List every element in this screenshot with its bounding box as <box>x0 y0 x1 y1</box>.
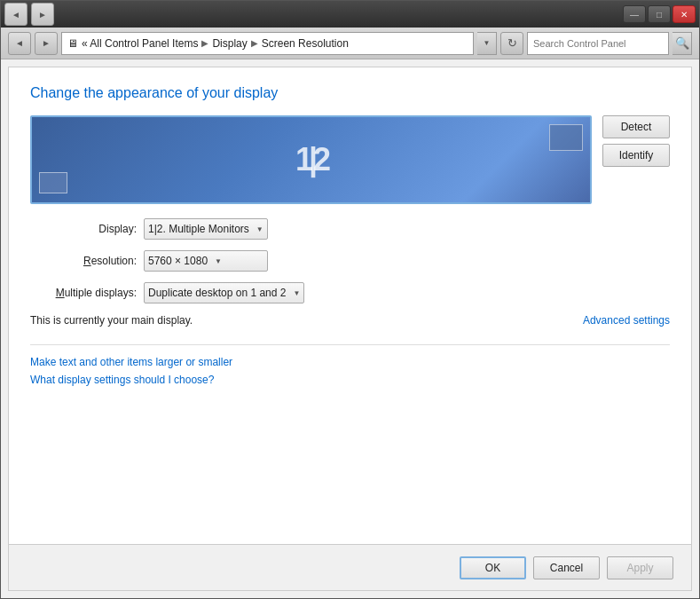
monitor-number: 1|2 <box>295 141 326 178</box>
info-row: This is currently your main display. Adv… <box>30 314 670 334</box>
address-bar: ◄ ► 🖥 « All Control Panel Items ▶ Displa… <box>1 28 699 59</box>
window-controls: — □ ✕ <box>623 5 696 23</box>
back-nav-button[interactable]: ◄ <box>8 32 31 55</box>
breadcrumb-sep-2: ▶ <box>251 38 258 48</box>
multiple-displays-row: Multiple displays: Duplicate desktop on … <box>30 282 670 303</box>
search-icon[interactable]: 🔍 <box>672 32 692 55</box>
forward-nav-button[interactable]: ► <box>35 32 58 55</box>
ok-button[interactable]: OK <box>460 556 526 579</box>
page-title: Change the appearance of your display <box>30 85 670 101</box>
monitor-preview[interactable]: 1|2 <box>30 115 592 204</box>
main-window: ◄ ► — □ ✕ ◄ ► 🖥 « All Control Panel Item… <box>0 0 700 599</box>
text-link-2[interactable]: What display settings should I choose? <box>30 374 214 386</box>
breadcrumb-sep-1: ▶ <box>201 38 208 48</box>
display-row: Display: 1|2. Multiple Monitors ▼ <box>30 218 670 240</box>
content-area: Change the appearance of your display 1|… <box>9 67 691 544</box>
close-button[interactable]: ✕ <box>672 5 696 23</box>
forward-button[interactable]: ► <box>31 3 54 26</box>
monitor-section: 1|2 Detect Identify <box>30 115 670 204</box>
multiple-displays-underline: M <box>56 287 65 299</box>
maximize-button[interactable]: □ <box>648 5 671 23</box>
display-select[interactable]: 1|2. Multiple Monitors ▼ <box>144 218 268 240</box>
refresh-button[interactable]: ↻ <box>500 32 523 55</box>
monitor-small-icon-1 <box>39 172 67 193</box>
breadcrumb-part-3: Screen Resolution <box>262 37 349 50</box>
apply-button[interactable]: Apply <box>607 556 673 579</box>
link-row-2: What display settings should I choose? <box>30 374 670 386</box>
detect-button[interactable]: Detect <box>602 115 670 138</box>
address-dropdown[interactable]: ▼ <box>477 32 497 55</box>
back-button[interactable]: ◄ <box>4 3 28 26</box>
multiple-displays-dropdown-icon: ▼ <box>293 289 300 297</box>
monitor-buttons: Detect Identify <box>602 115 670 204</box>
resolution-select-value: 5760 × 1080 <box>148 255 208 267</box>
display-dropdown-icon: ▼ <box>256 225 263 233</box>
resolution-select[interactable]: 5760 × 1080 ▼ <box>144 250 268 272</box>
breadcrumb-part-2: Display <box>212 37 247 50</box>
divider <box>30 344 670 345</box>
advanced-settings-link[interactable]: Advanced settings <box>583 314 670 327</box>
title-bar-left: ◄ ► <box>4 3 54 26</box>
path-icon: 🖥 <box>67 37 78 50</box>
identify-button[interactable]: Identify <box>602 144 670 167</box>
multiple-displays-select[interactable]: Duplicate desktop on 1 and 2 ▼ <box>144 282 304 303</box>
link-row-1: Make text and other items larger or smal… <box>30 356 670 368</box>
display-label: Display: <box>30 223 137 235</box>
resolution-dropdown-icon: ▼ <box>215 257 222 265</box>
button-bar: OK Cancel Apply <box>9 544 691 590</box>
monitor-preview-inner: 1|2 <box>32 117 590 202</box>
main-content: Change the appearance of your display 1|… <box>8 67 692 591</box>
resolution-label: RResolution:esolution: <box>30 255 137 267</box>
display-select-value: 1|2. Multiple Monitors <box>148 223 249 235</box>
multiple-displays-label: Multiple displays: <box>30 287 137 299</box>
search-input[interactable] <box>533 38 663 49</box>
multiple-displays-value: Duplicate desktop on 1 and 2 <box>148 287 286 299</box>
monitor-small-icon-2 <box>549 124 583 151</box>
search-box[interactable] <box>527 32 669 55</box>
resolution-row: RResolution:esolution: 5760 × 1080 ▼ <box>30 250 670 272</box>
title-bar: ◄ ► — □ ✕ <box>1 1 699 28</box>
address-path[interactable]: 🖥 « All Control Panel Items ▶ Display ▶ … <box>61 32 474 55</box>
main-display-text: This is currently your main display. <box>30 314 193 327</box>
cancel-button[interactable]: Cancel <box>533 556 600 579</box>
breadcrumb-part-1: « All Control Panel Items <box>82 37 198 50</box>
text-link-1[interactable]: Make text and other items larger or smal… <box>30 356 232 368</box>
resolution-label-underline: R <box>83 255 91 267</box>
minimize-button[interactable]: — <box>623 5 646 23</box>
